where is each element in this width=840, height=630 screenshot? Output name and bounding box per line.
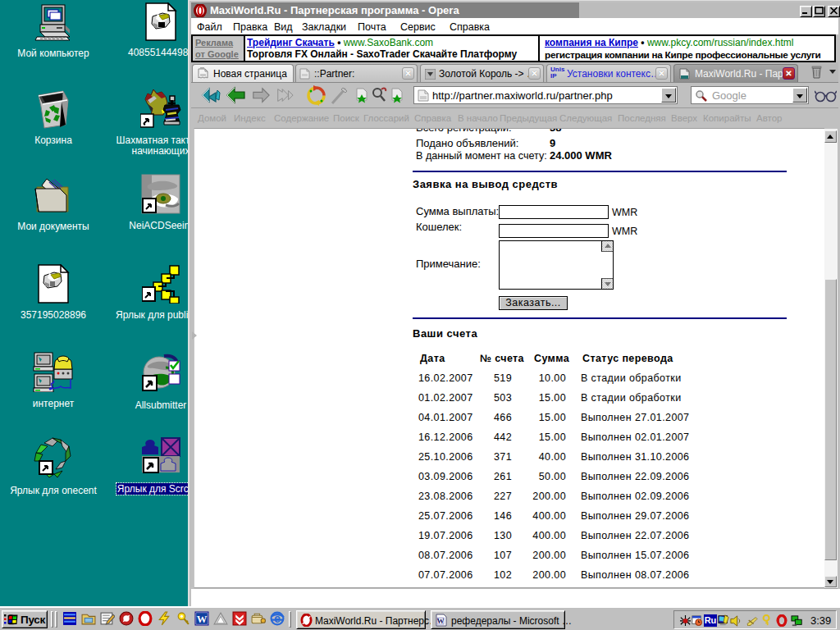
svg-text:e: e — [274, 613, 281, 625]
svg-text:W: W — [197, 614, 208, 625]
svg-text:W: W — [437, 617, 445, 625]
